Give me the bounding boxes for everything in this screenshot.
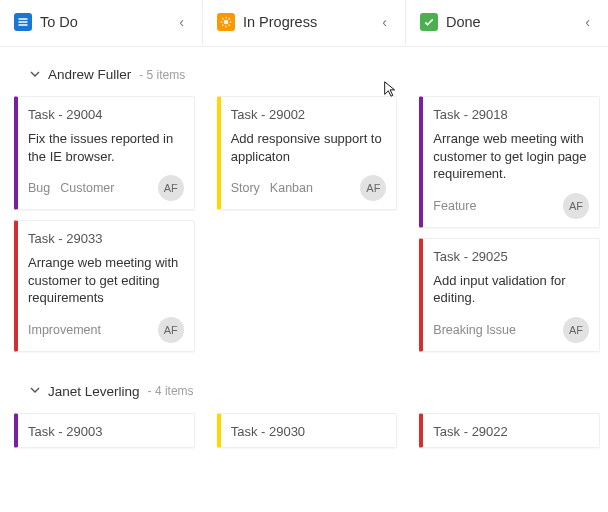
svg-line-10: [222, 25, 223, 26]
card-tag: Bug: [28, 181, 50, 195]
card-description: Arrange web meeting with customer to get…: [28, 254, 184, 307]
swimlane-name: Janet Leverling: [48, 384, 140, 399]
cell-todo: Task - 29003: [0, 409, 203, 452]
cell-done: Task - 29022: [405, 409, 608, 452]
column-title: Done: [446, 14, 571, 30]
swimlane-row: Task - 29004 Fix the issues reported in …: [0, 92, 608, 356]
avatar: AF: [563, 193, 589, 219]
task-card[interactable]: Task - 29002 Add responsive support to a…: [217, 96, 398, 210]
card-title: Task - 29018: [433, 107, 589, 122]
task-card[interactable]: Task - 29022: [419, 413, 600, 448]
card-title: Task - 29003: [28, 424, 184, 439]
card-tag: Feature: [433, 199, 476, 213]
cell-todo: Task - 29004 Fix the issues reported in …: [0, 92, 203, 356]
sun-icon: [217, 13, 235, 31]
column-done: Done ‹: [406, 0, 608, 47]
column-header-progress[interactable]: In Progress ‹: [203, 0, 405, 47]
board-body: Andrew Fuller - 5 items Task - 29004 Fix…: [0, 46, 608, 512]
card-footer: Bug Customer AF: [28, 173, 184, 201]
card-tag: Kanban: [270, 181, 313, 195]
task-card[interactable]: Task - 29033 Arrange web meeting with cu…: [14, 220, 195, 352]
collapse-column-icon[interactable]: ‹: [579, 10, 596, 34]
swimlane-count: - 4 items: [148, 384, 194, 398]
card-footer: Improvement AF: [28, 315, 184, 343]
card-footer: Breaking Issue AF: [433, 315, 589, 343]
card-footer: Feature AF: [433, 191, 589, 219]
list-icon: [14, 13, 32, 31]
card-tag: Customer: [60, 181, 114, 195]
avatar: AF: [360, 175, 386, 201]
card-footer: Story Kanban AF: [231, 173, 387, 201]
cell-done: Task - 29018 Arrange web meeting with cu…: [405, 92, 608, 356]
task-card[interactable]: Task - 29004 Fix the issues reported in …: [14, 96, 195, 210]
swimlane-header[interactable]: Janet Leverling - 4 items: [0, 364, 608, 409]
swimlane-count: - 5 items: [139, 68, 185, 82]
svg-line-9: [229, 25, 230, 26]
cell-progress: Task - 29002 Add responsive support to a…: [203, 92, 406, 356]
card-title: Task - 29030: [231, 424, 387, 439]
cell-progress: Task - 29030: [203, 409, 406, 452]
column-header-done[interactable]: Done ‹: [406, 0, 608, 47]
column-todo: To Do ‹: [0, 0, 203, 47]
swimlane-row: Task - 29003 Task - 29030 Task - 29022: [0, 409, 608, 452]
task-card[interactable]: Task - 29003: [14, 413, 195, 448]
card-title: Task - 29033: [28, 231, 184, 246]
card-tag: Improvement: [28, 323, 101, 337]
chevron-down-icon[interactable]: [28, 69, 42, 81]
collapse-column-icon[interactable]: ‹: [376, 10, 393, 34]
card-description: Fix the issues reported in the IE browse…: [28, 130, 184, 165]
swimlane-header[interactable]: Andrew Fuller - 5 items: [0, 47, 608, 92]
swimlane-name: Andrew Fuller: [48, 67, 131, 82]
column-title: To Do: [40, 14, 165, 30]
svg-line-11: [229, 18, 230, 19]
avatar: AF: [563, 317, 589, 343]
column-header-todo[interactable]: To Do ‹: [0, 0, 202, 47]
check-icon: [420, 13, 438, 31]
svg-rect-0: [19, 18, 28, 20]
chevron-down-icon[interactable]: [28, 385, 42, 397]
avatar: AF: [158, 317, 184, 343]
kanban-board: To Do ‹ In Progress ‹ Done ‹: [0, 0, 608, 47]
card-title: Task - 29022: [433, 424, 589, 439]
column-title: In Progress: [243, 14, 368, 30]
card-description: Add input validation for editing.: [433, 272, 589, 307]
svg-rect-2: [19, 24, 28, 26]
collapse-column-icon[interactable]: ‹: [173, 10, 190, 34]
card-description: Add responsive support to applicaton: [231, 130, 387, 165]
avatar: AF: [158, 175, 184, 201]
card-description: Arrange web meeting with customer to get…: [433, 130, 589, 183]
task-card[interactable]: Task - 29018 Arrange web meeting with cu…: [419, 96, 600, 228]
card-title: Task - 29002: [231, 107, 387, 122]
card-title: Task - 29004: [28, 107, 184, 122]
card-tag: Breaking Issue: [433, 323, 516, 337]
svg-line-8: [222, 18, 223, 19]
task-card[interactable]: Task - 29025 Add input validation for ed…: [419, 238, 600, 352]
svg-point-3: [224, 20, 229, 25]
svg-rect-1: [19, 21, 28, 23]
task-card[interactable]: Task - 29030: [217, 413, 398, 448]
column-progress: In Progress ‹: [203, 0, 406, 47]
card-tag: Story: [231, 181, 260, 195]
card-title: Task - 29025: [433, 249, 589, 264]
